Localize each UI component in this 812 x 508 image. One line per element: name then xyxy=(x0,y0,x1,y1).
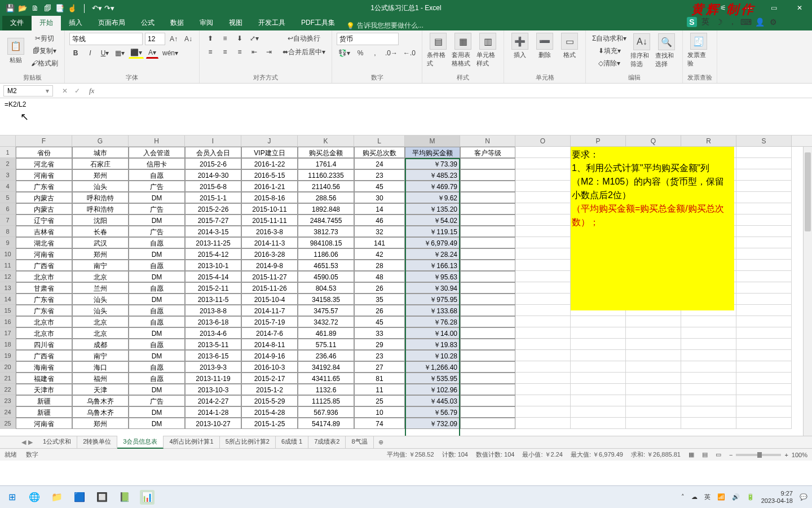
cell[interactable]: 河北省 xyxy=(16,158,72,169)
cell[interactable]: 34192.84 xyxy=(298,361,354,373)
align-bottom-icon[interactable]: ⬇ xyxy=(233,33,246,44)
cell[interactable]: DM xyxy=(129,294,185,305)
cell[interactable]: 2013-11-5 xyxy=(185,294,241,305)
cell[interactable] xyxy=(736,271,792,282)
increase-font-icon[interactable]: A↑ xyxy=(167,33,180,45)
tab-review[interactable]: 审阅 xyxy=(192,15,221,30)
sheet-nav-next-icon[interactable]: ▶ xyxy=(28,439,33,446)
cell[interactable]: 福州 xyxy=(72,373,129,384)
orientation-icon[interactable]: ⤢▾ xyxy=(248,33,261,44)
cell[interactable]: 4590.05 xyxy=(298,271,354,282)
indent-inc-icon[interactable]: ⇥ xyxy=(263,46,275,58)
cell[interactable]: 天津 xyxy=(72,384,129,395)
cell[interactable] xyxy=(736,406,792,418)
cell[interactable] xyxy=(460,214,515,226)
cell[interactable]: 2015-4-12 xyxy=(185,248,241,260)
cell[interactable] xyxy=(460,406,515,418)
cell[interactable] xyxy=(736,327,792,339)
view-page-break-icon[interactable]: ▭ xyxy=(716,451,721,458)
calculate-icon[interactable]: 📑 xyxy=(54,2,65,14)
cell[interactable]: 汕头 xyxy=(72,305,129,316)
cell[interactable]: 郑州 xyxy=(72,169,129,181)
cell[interactable] xyxy=(571,327,626,339)
cell[interactable]: 吉林省 xyxy=(16,226,72,237)
cell[interactable]: 48 xyxy=(354,271,405,282)
view-page-layout-icon[interactable]: ▤ xyxy=(702,451,708,458)
formula-bar[interactable]: =K2/L2 ↖ xyxy=(0,98,812,135)
scrollbar-thumb[interactable] xyxy=(805,152,811,231)
app-icon-3[interactable]: 📗 xyxy=(117,490,132,505)
cell[interactable]: 武汉 xyxy=(72,237,129,248)
paste-button[interactable]: 📋 粘贴 xyxy=(5,38,27,64)
cell[interactable] xyxy=(736,248,792,260)
cell[interactable]: 26 xyxy=(354,282,405,294)
cell[interactable] xyxy=(736,294,792,305)
cut-button[interactable]: ✂ 剪切 xyxy=(29,33,60,44)
cell[interactable] xyxy=(515,316,571,327)
clear-button[interactable]: ◇ 清除 ▾ xyxy=(590,58,628,69)
cell[interactable]: 2013-10-3 xyxy=(185,384,241,395)
cell[interactable]: 北京市 xyxy=(16,327,72,339)
cell[interactable]: 2015-11-26 xyxy=(241,282,298,294)
tab-home[interactable]: 开始 xyxy=(32,15,61,30)
excel-taskbar-icon[interactable]: 📊 xyxy=(140,490,155,505)
cell[interactable]: ￥56.79 xyxy=(405,406,460,418)
cell[interactable]: 29 xyxy=(354,339,405,350)
cell[interactable]: 河南省 xyxy=(16,169,72,181)
row-header[interactable]: 14 xyxy=(0,294,16,305)
cell[interactable] xyxy=(460,339,515,350)
row-header[interactable]: 6 xyxy=(0,203,16,214)
row-header[interactable]: 7 xyxy=(0,214,16,226)
cell[interactable] xyxy=(515,294,571,305)
increase-decimal-icon[interactable]: .0→ xyxy=(383,47,399,59)
conditional-format-button[interactable]: ▤条件格式 xyxy=(427,33,449,68)
cell[interactable]: 成都 xyxy=(72,339,129,350)
cell[interactable] xyxy=(460,361,515,373)
cell[interactable] xyxy=(460,158,515,169)
cell[interactable]: 11 xyxy=(354,384,405,395)
header-cell[interactable]: 入会管道 xyxy=(129,147,185,158)
cell[interactable] xyxy=(681,406,736,418)
bold-button[interactable]: B xyxy=(69,47,82,59)
cell-styles-button[interactable]: ▥单元格样式 xyxy=(476,33,499,68)
cell[interactable]: ￥102.96 xyxy=(405,384,460,395)
cell[interactable]: DM xyxy=(129,350,185,361)
cell[interactable]: 32 xyxy=(354,226,405,237)
cell[interactable] xyxy=(460,316,515,327)
cell[interactable] xyxy=(571,373,626,384)
cell[interactable]: 2015-1-25 xyxy=(241,418,298,429)
cell[interactable] xyxy=(681,350,736,361)
format-painter-button[interactable]: 🖌 格式刷 xyxy=(29,58,60,69)
cell[interactable]: 2014-8-11 xyxy=(241,339,298,350)
row-header[interactable]: 12 xyxy=(0,271,16,282)
cell[interactable] xyxy=(681,384,736,395)
cell[interactable]: 28 xyxy=(354,260,405,271)
row-header[interactable]: 19 xyxy=(0,350,16,361)
cell[interactable]: DM xyxy=(129,214,185,226)
cell[interactable]: 广告 xyxy=(129,395,185,406)
cell[interactable]: 兰州 xyxy=(72,282,129,294)
cell[interactable]: ￥30.94 xyxy=(405,282,460,294)
ime-lang[interactable]: 英 xyxy=(700,17,710,27)
row-header[interactable]: 16 xyxy=(0,316,16,327)
sheet-tab[interactable]: 3会员信息表 xyxy=(117,436,164,449)
row-header[interactable]: 21 xyxy=(0,373,16,384)
cell[interactable]: ￥28.24 xyxy=(405,248,460,260)
cell[interactable]: ￥166.13 xyxy=(405,260,460,271)
cell[interactable]: 23 xyxy=(354,169,405,181)
cell[interactable] xyxy=(626,316,681,327)
cell[interactable]: 呼和浩特 xyxy=(72,203,129,214)
cell[interactable]: 54174.89 xyxy=(298,418,354,429)
keyboard-icon[interactable]: ⌨ xyxy=(741,17,751,27)
cell[interactable]: ￥10.28 xyxy=(405,350,460,361)
row-header[interactable]: 22 xyxy=(0,384,16,395)
tray-ime-icon[interactable]: 英 xyxy=(704,493,710,501)
cell[interactable]: 信用卡 xyxy=(129,158,185,169)
cell[interactable]: ￥76.28 xyxy=(405,316,460,327)
cell[interactable] xyxy=(736,181,792,192)
cell[interactable] xyxy=(515,248,571,260)
cell[interactable] xyxy=(460,248,515,260)
tray-chevron-icon[interactable]: ˄ xyxy=(681,493,685,501)
cell[interactable] xyxy=(681,339,736,350)
cell[interactable]: 2014-1-28 xyxy=(185,406,241,418)
